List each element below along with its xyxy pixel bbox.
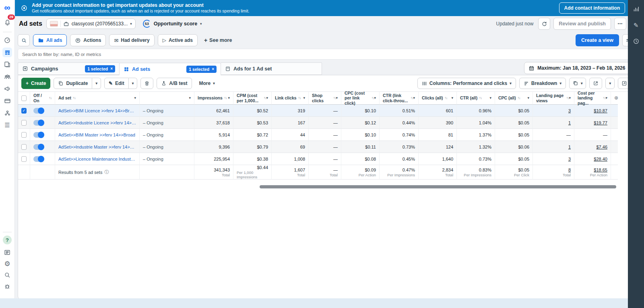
cost-lpv-value[interactable]: $19.77 [594,120,607,125]
duplicate-dropdown-button[interactable]: ▾ [92,78,101,89]
meta-logo-icon[interactable]: ∞ [4,3,10,12]
col-ad-set[interactable]: Ad set [58,95,71,101]
delete-button[interactable] [140,78,153,89]
row-toggle[interactable] [33,132,44,138]
advertise-megaphone-icon[interactable] [2,84,12,93]
col-cpc[interactable]: CPC (cost per link click) [345,91,370,106]
account-selector[interactable]: classycost (2070565133... ▾ [46,19,136,29]
chevron-down-icon[interactable]: ▾ [527,96,529,100]
lpv-value[interactable]: 3 [568,157,571,161]
filter-chip-all-ads[interactable]: All ads [33,34,67,46]
notifications-bell-icon[interactable]: 29 [2,17,12,27]
cost-lpv-value[interactable]: $10.87 [594,108,607,113]
campaigns-selected-badge[interactable]: 1 selected × [85,65,115,72]
see-more-filters[interactable]: + See more [204,37,232,43]
lpv-value[interactable]: 1 [568,120,571,125]
columns-button[interactable]: Columns: Performance and clicks ▾ [417,78,516,89]
row-checkbox[interactable] [21,156,27,162]
select-all-checkbox[interactable] [21,95,27,101]
date-range-picker[interactable]: Maximum: Jan 18, 2023 – Feb 18, 2026 ▾ [524,62,634,74]
row-toggle[interactable] [33,120,44,126]
search-input[interactable] [22,52,630,57]
row-checkbox[interactable] [21,120,27,126]
col-cpc-all[interactable]: CPC (all) [498,95,516,101]
chevron-down-icon[interactable]: ▾ [134,96,136,100]
more-options-button[interactable]: ••• [614,18,626,30]
edit-dropdown-button[interactable]: ▾ [129,78,138,89]
sort-icon[interactable]: ↑↓ [518,96,520,100]
sort-icon[interactable]: ↑↓ [224,96,227,100]
row-checkbox[interactable]: ✓ [21,108,27,114]
col-shop-clicks[interactable]: Shop clicks [312,93,332,103]
chevron-down-icon[interactable]: ▾ [374,96,376,100]
sort-icon[interactable]: ↑↓ [73,96,76,100]
filter-chip-active-ads[interactable]: ▷ Active ads [158,34,198,46]
settings-gear-icon[interactable]: ⚙ [2,259,12,269]
chevron-down-icon[interactable]: ▾ [303,96,305,100]
tab-ad-sets[interactable]: Ad sets 1 selected × [119,63,221,75]
col-cpm[interactable]: CPM (cost per 1,000... [237,93,262,103]
chevron-down-icon[interactable]: ▾ [228,96,230,100]
search-tool-icon[interactable] [2,270,12,280]
col-off-on[interactable]: Off / On [33,93,47,103]
charts-panel-icon[interactable] [631,4,641,14]
col-landing-page-views[interactable]: Landing page views [536,93,565,103]
sort-icon[interactable]: ↑↓ [298,96,301,100]
edit-panel-icon[interactable]: ✎ [631,20,641,30]
ad-set-name-link[interactable]: AdSet>>Licence Maintenance Industrielle … [58,157,136,161]
help-button[interactable]: ? [3,236,12,244]
sort-icon[interactable]: ↑↓ [49,96,52,100]
refresh-button[interactable] [538,18,550,30]
breakdown-button[interactable]: Breakdown ▾ [519,78,566,89]
export-dropdown-button[interactable]: ▾ [605,78,615,89]
ab-test-button[interactable]: A/B test [157,78,192,89]
filter-search-icon[interactable] [18,34,30,46]
history-clock-icon[interactable] [631,36,641,46]
sort-icon[interactable]: ↑↓ [445,96,448,100]
cost-lpv-value[interactable]: $7.46 [596,145,607,149]
chevron-down-icon[interactable]: ▾ [413,96,415,100]
lpv-value[interactable]: 1 [568,145,571,149]
horizontal-scrollbar[interactable] [260,185,616,188]
add-column-icon[interactable]: ⊕ [614,95,618,101]
close-icon[interactable]: × [212,67,214,71]
updates-news-icon[interactable] [2,248,12,257]
row-toggle[interactable] [33,108,44,114]
reports-pages-icon[interactable] [2,60,12,69]
row-checkbox[interactable] [21,132,27,138]
chevron-down-icon[interactable]: ▾ [336,96,338,100]
opportunity-score[interactable]: 53 Opportunity score ▾ [143,20,202,28]
info-icon[interactable]: ⓘ [104,169,109,175]
col-impressions[interactable]: Impressions [198,95,223,101]
col-ctr[interactable]: CTR (link click-throu... [383,93,409,103]
tab-ads[interactable]: Ads for 1 Ad set [221,62,322,75]
row-toggle[interactable] [33,144,44,150]
create-button[interactable]: + Create [21,78,50,89]
chevron-down-icon[interactable]: ▾ [189,96,191,100]
tab-campaigns[interactable]: Campaigns 1 selected × [18,62,119,75]
add-contact-information-button[interactable]: Add contact information [559,2,625,14]
ad-sets-selected-badge[interactable]: 1 selected × [186,66,217,73]
col-ctr-all[interactable]: CTR (all) [460,95,477,101]
billing-card-icon[interactable] [2,96,12,105]
campaigns-table-icon[interactable] [2,48,12,57]
business-settings-icon[interactable] [2,108,12,118]
ad-set-name-link[interactable]: AdSet>>Industrie Master >>ferv 14>>Broad [58,145,136,149]
col-clicks-all[interactable]: Clicks (all) [422,95,443,101]
chevron-down-icon[interactable]: ▾ [451,96,453,100]
sort-icon[interactable]: ↑↓ [479,96,482,100]
chevron-down-icon[interactable]: ▾ [266,96,268,100]
cost-lpv-value[interactable]: $28.40 [594,157,607,161]
more-button[interactable]: More ▾ [195,78,219,89]
close-icon[interactable]: × [110,66,113,71]
ad-set-name-link[interactable]: AdSet>>BIM Licence >>ferv 14>>Broad [58,108,136,113]
audiences-icon[interactable] [2,72,12,81]
reports-button[interactable]: ▾ [569,78,586,89]
chevron-down-icon[interactable]: ▾ [605,96,607,100]
filter-chip-actions[interactable]: Actions [70,34,106,46]
chevron-down-icon[interactable]: ▾ [489,96,491,100]
edit-button[interactable]: ✎ Edit [104,78,129,89]
report-bug-icon[interactable] [2,281,12,291]
export-button[interactable] [589,78,602,89]
create-a-view-button[interactable]: Create a view [576,34,619,46]
